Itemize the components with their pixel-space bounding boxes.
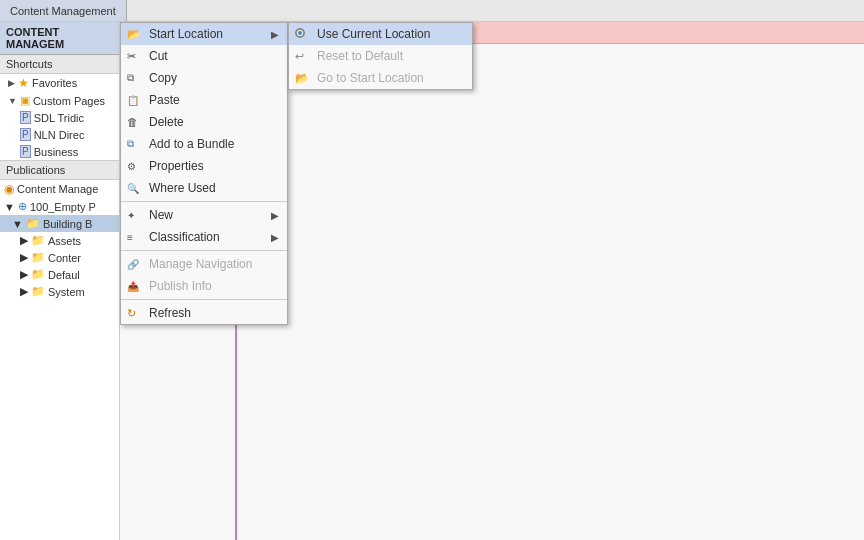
nln-label: NLN Direc <box>34 129 85 141</box>
custom-pages-item[interactable]: ▼ ▣ Custom Pages <box>0 92 119 109</box>
conter-label: Conter <box>48 252 81 264</box>
new-label: New <box>149 208 173 222</box>
custom-pages-label: Custom Pages <box>33 95 105 107</box>
bundle-icon: ⧉ <box>127 138 134 150</box>
shortcuts-label: Shortcuts <box>6 58 52 70</box>
left-panel-header: CONTENT MANAGEM <box>0 22 119 55</box>
refresh-icon: ↻ <box>127 307 136 320</box>
page-icon: P <box>20 128 31 141</box>
delete-icon: 🗑 <box>127 116 138 128</box>
expand-icon: ▼ <box>4 218 23 230</box>
menu-separator-1 <box>121 201 287 202</box>
content-management-tab[interactable]: Content Management <box>0 0 127 21</box>
assets-item[interactable]: ▶ 📁 Assets <box>0 232 119 249</box>
submenu-arrow: ▶ <box>271 29 279 40</box>
sdl-tridic-item[interactable]: P SDL Tridic <box>0 109 119 126</box>
menu-item-paste[interactable]: 📋 Paste <box>121 89 287 111</box>
expand-icon: ▶ <box>4 268 28 281</box>
refresh-label: Refresh <box>149 306 191 320</box>
menu-item-use-current[interactable]: Use Current Location <box>289 23 472 45</box>
system-item[interactable]: ▶ 📁 System <box>0 283 119 300</box>
menu-item-classification[interactable]: ≡ Classification ▶ <box>121 226 287 248</box>
expand-icon: ▼ <box>8 96 17 106</box>
submenu-start-location: Use Current Location ↩ Reset to Default … <box>288 22 473 90</box>
100-empty-label: 100_Empty P <box>30 201 96 213</box>
delete-label: Delete <box>149 115 184 129</box>
menu-item-properties[interactable]: ⚙ Properties <box>121 155 287 177</box>
menu-item-manage-nav[interactable]: 🔗 Manage Navigation <box>121 253 287 275</box>
content-manage-item[interactable]: ◉ Content Manage <box>0 180 119 198</box>
main-layout: CONTENT MANAGEM Shortcuts ▶ ★ Favorites … <box>0 22 864 540</box>
paste-icon: 📋 <box>127 95 139 106</box>
folder-icon: 📁 <box>31 268 45 281</box>
expand-icon: ▶ <box>4 285 28 298</box>
start-location-label: Start Location <box>149 27 223 41</box>
expand-icon: ▶ <box>4 234 28 247</box>
building-item[interactable]: ▼ 📁 Building B <box>0 215 119 232</box>
folder-icon: 📁 <box>31 285 45 298</box>
content-folder-item[interactable]: ▶ 📁 Conter <box>0 249 119 266</box>
scissors-icon: ✂ <box>127 50 136 63</box>
menu-item-go-to-start[interactable]: 📂 Go to Start Location <box>289 67 472 89</box>
menu-item-reset-default[interactable]: ↩ Reset to Default <box>289 45 472 67</box>
default-item[interactable]: ▶ 📁 Defaul <box>0 266 119 283</box>
undo-icon: ↩ <box>295 50 304 63</box>
panel-title: CONTENT MANAGEM <box>6 26 64 50</box>
system-label: System <box>48 286 85 298</box>
cut-label: Cut <box>149 49 168 63</box>
expand-icon: ▼ <box>4 201 15 213</box>
content-icon: ◉ <box>4 182 14 196</box>
favorites-item[interactable]: ▶ ★ Favorites <box>0 74 119 92</box>
publications-header: Publications <box>0 160 119 180</box>
100-empty-item[interactable]: ▼ ⊕ 100_Empty P <box>0 198 119 215</box>
business-item[interactable]: P Business <box>0 143 119 160</box>
publish-icon: 📤 <box>127 281 139 292</box>
right-panel: 📂 Start Location ▶ Use Current Location … <box>120 22 864 540</box>
folder-icon: 📁 <box>26 217 40 230</box>
menu-item-publish-info[interactable]: 📤 Publish Info <box>121 275 287 297</box>
page-icon: P <box>20 111 31 124</box>
expand-icon: ▶ <box>8 78 15 88</box>
nln-item[interactable]: P NLN Direc <box>0 126 119 143</box>
tab-label: Content Management <box>10 5 116 17</box>
building-label: Building B <box>43 218 93 230</box>
new-submenu-arrow: ▶ <box>271 210 279 221</box>
menu-item-cut[interactable]: ✂ Cut <box>121 45 287 67</box>
classification-icon: ≡ <box>127 232 133 243</box>
properties-label: Properties <box>149 159 204 173</box>
menu-item-new[interactable]: ✦ New ▶ <box>121 204 287 226</box>
assets-label: Assets <box>48 235 81 247</box>
where-used-icon: 🔍 <box>127 183 139 194</box>
paste-label: Paste <box>149 93 180 107</box>
context-menu: 📂 Start Location ▶ Use Current Location … <box>120 22 288 325</box>
copy-icon: ⧉ <box>127 72 134 84</box>
menu-item-add-bundle[interactable]: ⧉ Add to a Bundle <box>121 133 287 155</box>
radio-checked-icon <box>295 28 308 40</box>
reset-default-label: Reset to Default <box>317 49 403 63</box>
class-submenu-arrow: ▶ <box>271 232 279 243</box>
menu-item-refresh[interactable]: ↻ Refresh <box>121 302 287 324</box>
defaul-label: Defaul <box>48 269 80 281</box>
page-icon: P <box>20 145 31 158</box>
go-to-start-label: Go to Start Location <box>317 71 424 85</box>
menu-item-start-location[interactable]: 📂 Start Location ▶ Use Current Location … <box>121 23 287 45</box>
star-icon: ★ <box>18 76 29 90</box>
menu-separator-2 <box>121 250 287 251</box>
publications-label: Publications <box>6 164 65 176</box>
manage-nav-label: Manage Navigation <box>149 257 252 271</box>
favorites-label: Favorites <box>32 77 77 89</box>
radio-dot <box>295 28 305 38</box>
menu-item-delete[interactable]: 🗑 Delete <box>121 111 287 133</box>
where-used-label: Where Used <box>149 181 216 195</box>
properties-icon: ⚙ <box>127 161 136 172</box>
copy-label: Copy <box>149 71 177 85</box>
new-icon: ✦ <box>127 210 135 221</box>
business-label: Business <box>34 146 79 158</box>
add-bundle-label: Add to a Bundle <box>149 137 234 151</box>
menu-separator-3 <box>121 299 287 300</box>
nav-icon: 🔗 <box>127 259 139 270</box>
menu-item-copy[interactable]: ⧉ Copy <box>121 67 287 89</box>
top-bar: Content Management <box>0 0 864 22</box>
menu-item-where-used[interactable]: 🔍 Where Used <box>121 177 287 199</box>
classification-label: Classification <box>149 230 220 244</box>
